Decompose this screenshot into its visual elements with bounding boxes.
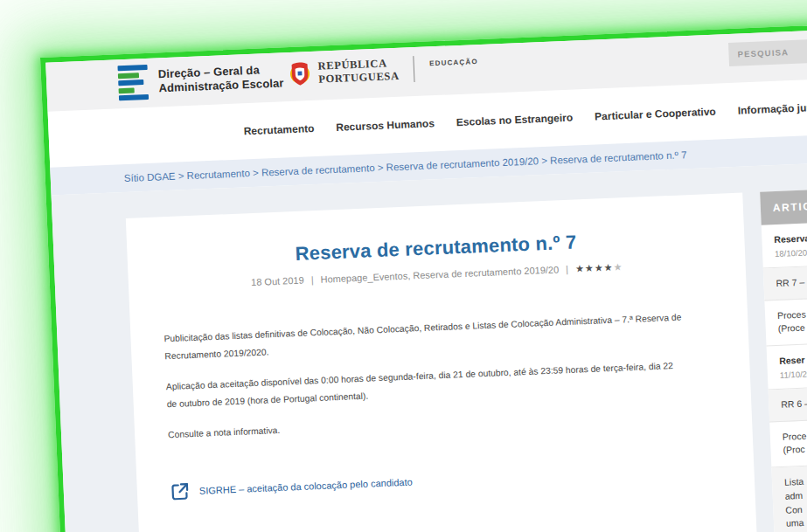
sigrhe-link[interactable]: SIGRHE – aceitação da colocação pelo can… [170,459,721,501]
nav-item-informacao-juridica[interactable]: Informação jurídica [737,100,807,116]
sidebar-item-title: Reser [779,345,807,368]
article-paragraph: Publicitação das listas definitivas de C… [163,307,715,366]
article-body: Publicitação das listas definitivas de C… [163,307,719,445]
page-frame: Direção – Geral da Administração Escolar… [40,17,807,532]
dgae-logo[interactable]: Direção – Geral da Administração Escolar [117,59,284,100]
portugal-coat-of-arms-icon [289,59,310,89]
sigrhe-link-label: SIGRHE – aceitação da colocação pelo can… [199,477,413,496]
sidebar-item-title: Lista adm Con uma exer em [784,466,807,532]
related-articles-sidebar: ARTIGOS Reserva 18/10/2019 RR 7 – Proces… [760,182,807,532]
meta-separator: | [310,274,313,285]
star-icon: ★ [603,262,613,273]
gov-logo-text: REPÚBLICA PORTUGUESA [317,57,400,86]
nav-item-recursos-humanos[interactable]: Recursos Humanos [336,117,435,134]
star-icon: ★ [613,261,623,272]
nav-item-recrutamento[interactable]: Recrutamento [243,122,314,137]
search-input[interactable] [728,39,807,66]
content-area: Reserva de recrutamento n.º 7 18 Out 201… [52,155,807,532]
sidebar-header: ARTIGOS [760,182,807,225]
article-date: 18 Out 2019 [251,275,304,288]
rating-stars[interactable]: ★★★★★ [575,261,623,273]
sidebar-item-title: RR 6 – [781,389,807,411]
sidebar-article-item[interactable]: Lista adm Con uma exer em [771,458,807,532]
dgae-logo-icon [117,65,150,100]
article-paragraph: Aplicação da aceitação disponível das 0:… [166,356,718,414]
nav-item-escolas-no-estrangeiro[interactable]: Escolas no Estrangeiro [456,112,574,129]
sidebar-item-title: Proce (Proc [783,421,807,458]
sidebar-item-title: Proces (Proce [777,300,807,336]
article-categories[interactable]: Homepage_Eventos, Reserva de recrutament… [320,264,559,284]
star-icon: ★ [595,262,604,273]
nav-item-label: Informação jurídica [737,100,807,117]
nav-item-particular-e-cooperativo[interactable]: Particular e Cooperativo [595,106,716,123]
meta-separator: | [566,264,568,274]
educacao-label: EDUCAÇÃO [429,58,479,78]
gov-text-line2: PORTUGUESA [318,70,400,86]
dgae-logo-text: Direção – Geral da Administração Escolar [158,63,284,96]
external-link-icon [170,482,191,502]
sidebar-item-title: Reserva [774,224,807,246]
star-icon: ★ [585,263,595,273]
divider [414,56,415,82]
article-card: Reserva de recrutamento n.º 7 18 Out 201… [126,193,769,532]
republica-portuguesa-logo[interactable]: REPÚBLICA PORTUGUESA EDUCAÇÃO [289,52,478,89]
sidebar-item-title: RR 7 – [776,267,807,290]
